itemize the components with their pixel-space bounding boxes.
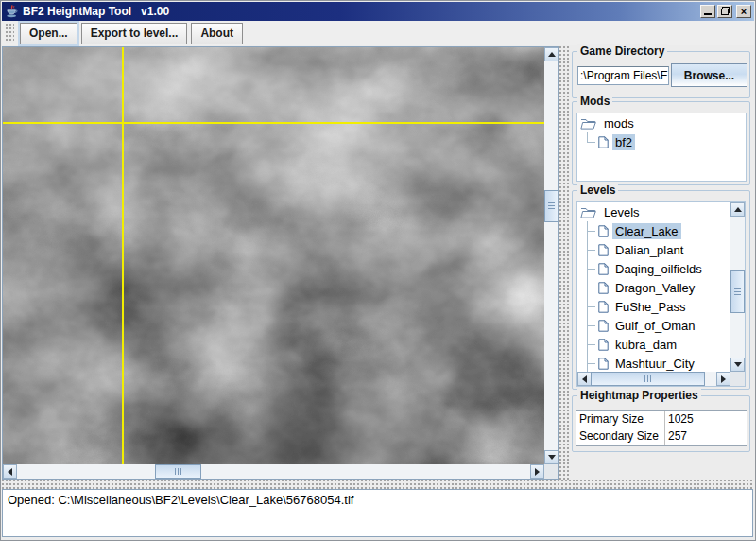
game-directory-group: Game Directory :\Program Files\E Browse.… [572,51,750,98]
scroll-down-button[interactable] [730,358,745,372]
scroll-down-button[interactable] [544,450,558,464]
level-item-label: Dragon_Valley [612,280,697,296]
export-to-level-button[interactable]: Export to level... [81,23,188,44]
level-item[interactable]: Gulf_of_Oman [577,316,730,335]
scroll-up-button[interactable] [544,47,558,61]
heightmap-properties-group: Heightmap Properties Primary Size 1025 S… [572,395,750,452]
mods-title: Mods [577,95,612,108]
scroll-right-button[interactable] [716,372,730,386]
tree-connector [577,259,598,278]
tree-connector [577,354,598,372]
tree-connector [577,132,598,151]
arrow-right-icon [535,468,540,476]
minimize-button[interactable] [700,5,715,18]
vertical-split-divider[interactable] [559,46,571,480]
document-icon [598,358,609,370]
arrow-up-icon [734,207,742,212]
main-vertical-scrollbar[interactable] [544,47,558,464]
property-value-cell: 1025 [665,411,747,428]
document-icon [598,263,609,275]
crosshair-horizontal [3,122,544,124]
tree-connector [577,316,598,335]
arrow-left-icon [582,375,587,383]
property-value-cell: 257 [665,428,747,445]
tree-connector [577,240,598,259]
document-icon [598,301,609,313]
crosshair-vertical [122,47,124,464]
levels-root-node[interactable]: Levels [577,202,730,221]
window-title: BF2 HeightMap Tool v1.00 [23,5,169,18]
levels-horizontal-scrollbar[interactable] [577,372,730,386]
arrow-down-icon [548,455,556,460]
vertical-scroll-thumb[interactable] [544,190,558,222]
table-row: Secondary Size 257 [576,428,747,445]
level-item[interactable]: Daqing_oilfields [577,259,730,278]
arrow-down-icon [734,362,742,367]
tree-connector [577,335,598,354]
properties-table: Primary Size 1025 Secondary Size 257 [576,410,747,446]
level-item-label: Mashtuur_City [612,356,697,372]
title-bar[interactable]: BF2 HeightMap Tool v1.00 × [2,2,754,21]
main-horizontal-scrollbar[interactable] [3,464,544,479]
java-cup-icon [5,5,19,19]
tree-connector [577,278,598,297]
levels-root-label: Levels [601,204,643,220]
document-icon [598,282,609,294]
levels-scrollpane: Levels Clear_Lake Dalian_plant [576,201,746,387]
toolbar: Open... Export to level... About [2,21,754,45]
game-directory-input[interactable]: :\Program Files\E [577,66,669,85]
scroll-right-button[interactable] [530,464,544,479]
level-item-label: Dalian_plant [612,242,686,258]
mods-item-label: bf2 [612,134,635,150]
status-log-area: Opened: C:\Miscellaneous\BF2\Levels\Clea… [2,489,753,537]
vertical-scroll-thumb[interactable] [730,270,745,313]
mods-item-bf2[interactable]: bf2 [577,132,746,151]
levels-group: Levels Levels Clear_Lake [572,190,750,390]
open-folder-icon [580,206,596,218]
mods-tree: mods bf2 [576,113,747,182]
application-window: BF2 HeightMap Tool v1.00 × Open... Expor… [0,0,756,541]
heightmap-properties-title: Heightmap Properties [577,389,701,402]
scrollbar-corner [544,464,558,479]
document-icon [598,136,609,148]
level-item[interactable]: Clear_Lake [577,221,730,240]
scroll-left-button[interactable] [577,372,592,386]
levels-tree: Levels Clear_Lake Dalian_plant [577,202,730,372]
horizontal-scroll-thumb[interactable] [155,464,201,479]
open-button[interactable]: Open... [20,23,77,44]
horizontal-split-divider[interactable] [2,480,754,489]
mods-root-label: mods [601,115,637,131]
property-name-cell: Secondary Size [576,428,665,445]
restore-icon [721,7,730,15]
levels-vertical-scrollbar[interactable] [730,202,745,372]
tree-connector [577,221,598,240]
level-item[interactable]: kubra_dam [577,335,730,354]
close-button[interactable]: × [736,5,751,18]
level-item-label: FuShe_Pass [612,299,688,315]
level-item[interactable]: FuShe_Pass [577,297,730,316]
levels-title: Levels [577,183,618,197]
document-icon [598,244,609,256]
mods-root-node[interactable]: mods [577,113,746,132]
restore-button[interactable] [717,5,732,18]
scroll-up-button[interactable] [730,202,745,217]
toolbar-grip[interactable] [6,24,14,43]
heightmap-canvas[interactable] [3,47,544,464]
right-panel: Game Directory :\Program Files\E Browse.… [571,46,754,480]
heightmap-scrollpane [2,46,559,480]
minimize-icon [704,13,712,15]
about-button[interactable]: About [191,23,243,44]
arrow-left-icon [8,468,12,476]
document-icon [598,320,609,332]
level-item[interactable]: Dalian_plant [577,240,730,259]
level-item[interactable]: Mashtuur_City [577,354,730,372]
level-item-label: Clear_Lake [612,223,681,239]
horizontal-scroll-thumb[interactable] [591,372,705,386]
scroll-left-button[interactable] [3,464,17,479]
level-item-label: Gulf_of_Oman [612,318,698,334]
table-row: Primary Size 1025 [576,411,747,428]
level-item[interactable]: Dragon_Valley [577,278,730,297]
browse-button[interactable]: Browse... [671,63,747,87]
mods-group: Mods mods bf2 [572,101,750,185]
scrollbar-corner [730,372,745,386]
